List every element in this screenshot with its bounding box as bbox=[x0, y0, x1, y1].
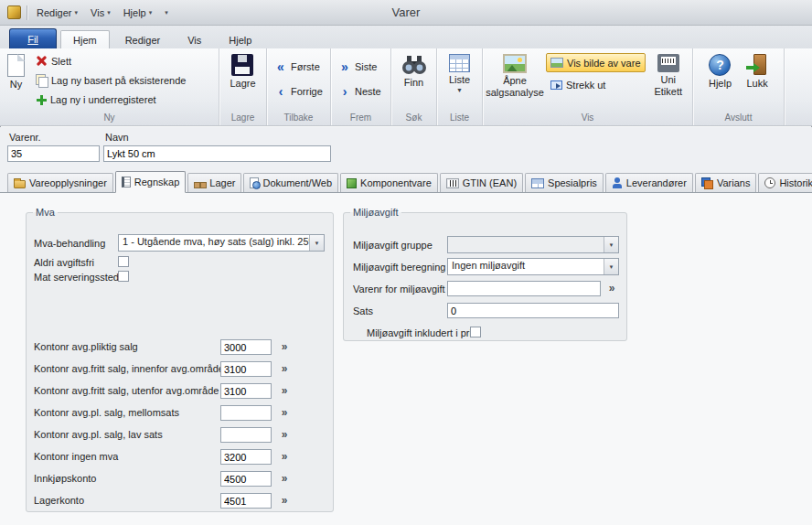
varenr-miljoavgift-input[interactable] bbox=[447, 281, 601, 296]
ribbon-tab-hjem[interactable]: Hjem bbox=[60, 30, 110, 48]
liste-button[interactable]: Liste ▼ bbox=[444, 51, 475, 93]
ny-button[interactable]: Ny bbox=[3, 51, 29, 91]
liste-label: Liste bbox=[449, 74, 470, 86]
konto-row-label: Kontonr avg.pl. salg, mellomsats bbox=[34, 407, 179, 418]
goto-account-button[interactable]: » bbox=[277, 383, 292, 399]
konto-pliktig-input[interactable] bbox=[220, 339, 272, 355]
label-printer-icon bbox=[657, 54, 679, 72]
menu-hjelp-label: Hjelp bbox=[123, 7, 146, 18]
tab-vareopplysninger[interactable]: Vareopplysninger bbox=[7, 173, 113, 192]
liste-dropdown-arrow[interactable]: ▼ bbox=[456, 88, 463, 92]
help-icon: ? bbox=[709, 54, 731, 76]
neste-label: Neste bbox=[355, 86, 381, 97]
aldri-avgiftsfri-checkbox[interactable] bbox=[118, 256, 129, 267]
chevron-down-icon: ▾ bbox=[149, 9, 153, 16]
siste-button[interactable]: » Siste bbox=[334, 57, 386, 76]
ribbon-tab-vis[interactable]: Vis bbox=[176, 31, 213, 48]
apne-salgsanalyse-button[interactable]: Åpne salgsanalyse bbox=[486, 51, 544, 99]
konto-fritt-utenfor-input[interactable] bbox=[220, 383, 272, 399]
ribbon-tab-fil[interactable]: Fil bbox=[9, 28, 57, 48]
lukk-button[interactable]: Lukk bbox=[742, 51, 773, 91]
ribbon-tab-hjelp[interactable]: Hjelp bbox=[217, 31, 263, 48]
menu-rediger[interactable]: Rediger ▾ bbox=[33, 5, 81, 20]
navn-input[interactable] bbox=[103, 145, 331, 162]
konto-row-label: Innkjøpskonto bbox=[34, 473, 96, 484]
konto-row-label: Lagerkonto bbox=[34, 495, 84, 506]
tab-historikk[interactable]: Historikk bbox=[758, 173, 812, 192]
finn-button[interactable]: Finn bbox=[397, 51, 432, 90]
tab-label: Vareopplysninger bbox=[29, 177, 107, 188]
lukk-label: Lukk bbox=[746, 78, 767, 90]
stretch-icon bbox=[550, 80, 562, 90]
lag-ny-basert-button[interactable]: Lag ny basert på eksisterende bbox=[31, 70, 190, 90]
konto-lavsats-input[interactable] bbox=[220, 427, 272, 443]
goto-item-button[interactable]: » bbox=[604, 281, 619, 296]
goto-account-button[interactable]: » bbox=[277, 405, 292, 421]
lag-ny-under-button[interactable]: Lag ny i underregisteret bbox=[31, 90, 190, 109]
boxes-icon bbox=[194, 177, 206, 188]
group-label-lagre: Lagre bbox=[219, 112, 266, 125]
tab-leverandorer[interactable]: Leverandører bbox=[605, 173, 693, 192]
tab-varians[interactable]: Varians bbox=[695, 173, 756, 192]
menu-hjelp[interactable]: Hjelp ▾ bbox=[120, 5, 156, 20]
ribbon-group-sok: Finn Søk bbox=[391, 48, 437, 125]
innkjopskonto-input[interactable] bbox=[220, 471, 272, 487]
qat-customize-button[interactable]: ▾ bbox=[161, 7, 172, 18]
strekk-ut-label: Strekk ut bbox=[566, 80, 605, 91]
ribbon-group-avslutt: ? Hjelp Lukk Avslutt bbox=[693, 48, 785, 125]
miljoavgift-beregning-select[interactable]: Ingen miljøavgift ▼ bbox=[447, 258, 619, 275]
app-icon[interactable] bbox=[7, 5, 21, 19]
menu-vis[interactable]: Vis ▾ bbox=[87, 5, 114, 20]
goto-account-button[interactable]: » bbox=[277, 449, 292, 465]
customize-toolbar-icon: ▾ bbox=[165, 9, 168, 16]
tab-dokument-web[interactable]: Dokument/Web bbox=[243, 173, 338, 192]
konto-row-label: Kontonr avg.fritt salg, utenfor avg.områ… bbox=[34, 385, 219, 396]
ribbon-tab-row: Fil Hjem Rediger Vis Hjelp bbox=[0, 26, 812, 48]
slett-button[interactable]: Slett bbox=[31, 51, 190, 70]
forrige-button[interactable]: ‹ Forrige bbox=[270, 81, 327, 101]
ny-label: Ny bbox=[10, 79, 22, 91]
konto-mellomsats-input[interactable] bbox=[220, 405, 272, 421]
tab-spesialpris[interactable]: Spesialpris bbox=[525, 173, 604, 192]
ribbon-tab-rediger[interactable]: Rediger bbox=[113, 31, 173, 48]
history-icon bbox=[764, 177, 775, 188]
copy-icon bbox=[36, 74, 48, 87]
miljoavgift-gruppe-label: Miljøavgift gruppe bbox=[353, 240, 433, 251]
supplier-icon bbox=[612, 177, 623, 188]
konto-ingen-mva-input[interactable] bbox=[220, 449, 272, 465]
tab-gtin-ean[interactable]: GTIN (EAN) bbox=[440, 173, 523, 192]
miljoavgift-gruppe-select[interactable]: ▼ bbox=[447, 236, 619, 253]
miljoavgift-inkludert-checkbox[interactable] bbox=[470, 327, 481, 338]
chevron-down-icon: ▼ bbox=[309, 235, 324, 251]
previous-icon: ‹ bbox=[274, 85, 287, 98]
konto-fritt-innenfor-input[interactable] bbox=[220, 361, 272, 377]
mva-behandling-select[interactable]: 1 - Utgående mva, høy sats (salg) inkl. … bbox=[118, 234, 325, 252]
ribbon-group-vis: Åpne salgsanalyse Vis bilde av vare Stre… bbox=[483, 48, 693, 125]
strekk-ut-button[interactable]: Strekk ut bbox=[546, 75, 646, 94]
tab-komponentvare[interactable]: Komponentvare bbox=[340, 173, 438, 192]
konto-row-label: Kontonr avg.pliktig salg bbox=[34, 341, 138, 352]
goto-account-button[interactable]: » bbox=[277, 427, 292, 443]
lagerkonto-input[interactable] bbox=[220, 493, 272, 509]
neste-button[interactable]: › Neste bbox=[334, 81, 386, 101]
lagre-button[interactable]: Lagre bbox=[225, 51, 260, 91]
goto-account-button[interactable]: » bbox=[277, 361, 292, 377]
tab-lager[interactable]: Lager bbox=[187, 173, 241, 192]
goto-account-button[interactable]: » bbox=[277, 493, 292, 509]
goto-account-button[interactable]: » bbox=[277, 471, 292, 487]
regnskap-page: Mva Mva-behandling 1 - Utgående mva, høy… bbox=[0, 193, 812, 525]
goto-account-button[interactable]: » bbox=[277, 339, 292, 355]
folder-icon bbox=[14, 180, 26, 188]
miljoavgift-beregning-value: Ingen miljøavgift bbox=[448, 259, 604, 274]
vis-bilde-av-vare-button[interactable]: Vis bilde av vare bbox=[546, 53, 646, 72]
forste-button[interactable]: « Første bbox=[270, 57, 327, 76]
ribbon-group-ny: Ny Slett Lag ny basert på eksisterende L… bbox=[0, 48, 219, 125]
mva-groupbox: Mva Mva-behandling 1 - Utgående mva, høy… bbox=[26, 207, 334, 512]
sats-input[interactable] bbox=[447, 303, 619, 318]
hjelp-button[interactable]: ? Hjelp bbox=[704, 51, 736, 91]
varenr-input[interactable] bbox=[7, 145, 100, 162]
tab-regnskap[interactable]: Regnskap bbox=[115, 171, 187, 193]
uni-etikett-button[interactable]: Uni Etikett bbox=[647, 51, 689, 98]
mat-serveringssted-checkbox[interactable] bbox=[118, 271, 129, 282]
group-label-ny: Ny bbox=[0, 112, 219, 125]
